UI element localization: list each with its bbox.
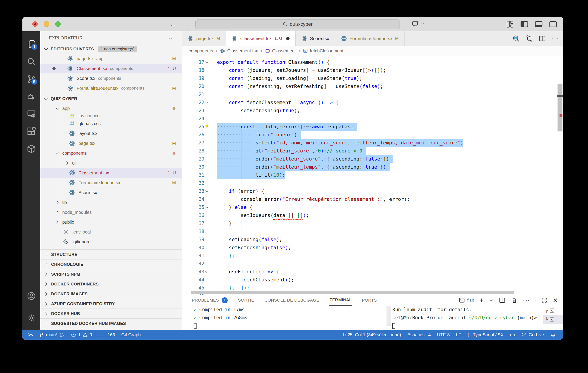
editor-more-actions-icon[interactable]: ··· — [552, 35, 559, 42]
status-eol[interactable]: LF — [453, 330, 464, 340]
sidebar-section-suggested-docker-hub-images[interactable]: SUGGESTED DOCKER HUB IMAGES — [40, 318, 182, 328]
react-preview-icon[interactable] — [512, 35, 520, 42]
breadcrumb-item[interactable]: Classement — [265, 48, 296, 53]
sidebar-section-scripts-npm[interactable]: SCRIPTS NPM — [40, 269, 182, 279]
fold-zone[interactable] — [204, 203, 217, 211]
toggle-secondary-sidebar-icon[interactable] — [549, 20, 557, 28]
split-terminal-icon[interactable] — [499, 297, 505, 303]
fold-zone[interactable] — [204, 99, 217, 107]
status-language-mode[interactable]: { } TypeScript JSX — [464, 330, 507, 340]
terminal-pane-left[interactable]: ✓ Compiled in 17ms✓ Compiled in 268ms — [182, 306, 385, 330]
activity-item-extensions[interactable] — [24, 123, 39, 140]
activity-item-search[interactable] — [24, 53, 39, 70]
sidebar-section-docker-images[interactable]: DOCKER IMAGES — [40, 289, 182, 299]
status-git-branch[interactable]: main* — [36, 330, 68, 340]
breadcrumb-item[interactable]: Classement.tsx — [220, 48, 258, 53]
fold-zone[interactable] — [204, 58, 217, 66]
activity-item-account[interactable] — [24, 287, 39, 305]
new-terminal-icon[interactable]: + — [480, 296, 483, 304]
status-cursor-position[interactable]: Li 25, Col 1 (349 sélectionné) — [340, 330, 404, 340]
open-editors-section-header[interactable]: ÉDITEURS OUVERTS 1 non enregistré(s) — [40, 44, 182, 54]
terminal-pane-right[interactable]: Run `npm audit` for details.…et@MacBook-… — [392, 306, 543, 330]
terminal-tab-item[interactable]: └ — [543, 315, 563, 324]
editor-tab-page.tsx[interactable]: page.tsxM — [182, 31, 226, 46]
activity-item-docker[interactable] — [24, 140, 39, 158]
fold-zone[interactable] — [204, 187, 217, 195]
maximize-panel-icon[interactable] — [541, 297, 547, 303]
sidebar-section-chronologie[interactable]: CHRONOLOGIE — [40, 259, 182, 269]
tree-folder-lib[interactable]: lib — [40, 197, 182, 207]
activity-item-explorer[interactable]: 1 — [24, 35, 39, 53]
forward-icon[interactable]: → — [183, 20, 191, 28]
open-editor-item[interactable]: FormulaireJoueur.tsxcomponentsM — [40, 83, 182, 93]
open-editor-item[interactable]: Classement.tsxcomponents1, U — [40, 64, 182, 73]
editor-tab-Score.tsx[interactable]: Score.tsx — [295, 31, 335, 46]
breadcrumb-item[interactable]: fetchClassement — [303, 48, 343, 53]
status-encoding[interactable]: UTF-8 — [434, 330, 453, 340]
activity-item-settings[interactable] — [24, 309, 39, 327]
tree-file-item[interactable]: globals.css — [40, 119, 182, 129]
views-more-actions-icon[interactable]: ··· — [168, 34, 176, 41]
breadcrumb-item[interactable]: components — [189, 48, 213, 53]
tree-file-item[interactable]: Classement.tsx1, U — [40, 168, 182, 178]
copilot-chat-button[interactable] — [412, 20, 425, 27]
editor-horizontal-scrollbar[interactable] — [191, 291, 514, 294]
panel-tab-terminal[interactable]: TERMINAL — [329, 295, 351, 306]
fold-zone[interactable] — [204, 268, 217, 276]
status-code-metric[interactable]: {..} : 163 — [95, 330, 118, 340]
tree-folder-components[interactable]: components — [40, 148, 182, 158]
panel-tab-problèmes[interactable]: PROBLÈMES1 — [192, 295, 228, 306]
customize-layout-icon[interactable] — [506, 20, 514, 28]
status-notifications[interactable] — [547, 330, 559, 340]
panel-tab-sortie[interactable]: SORTIE — [238, 295, 254, 306]
project-section-header[interactable]: QUIZ-CYBER — [40, 94, 182, 103]
tree-file-item[interactable]: .env.local — [40, 227, 182, 237]
tree-file-item[interactable]: page.tsxM — [40, 138, 182, 148]
close-panel-icon[interactable]: ✕ — [553, 297, 558, 304]
terminal-tab-item[interactable]: ┌ — [543, 306, 563, 315]
panel-tab-console-de-débogage[interactable]: CONSOLE DE DÉBOGAGE — [264, 295, 319, 306]
editor-tab-Classement.tsx[interactable]: Classement.tsx1, U — [226, 31, 295, 46]
status-go-live[interactable]: Go Live — [518, 330, 547, 340]
tree-folder-public[interactable]: public — [40, 217, 182, 227]
sidebar-section-structure[interactable]: STRUCTURE — [40, 249, 182, 259]
terminal-dropdown-icon[interactable] — [489, 298, 494, 302]
code-editor[interactable]: 17export default function Classement() {… — [182, 56, 563, 295]
panel-more-actions-icon[interactable]: ··· — [523, 297, 530, 304]
status-problems-indicator[interactable]: 10 — [68, 330, 95, 340]
kill-terminal-icon[interactable] — [511, 297, 518, 303]
status-git-graph[interactable]: Git Graph — [118, 330, 144, 340]
open-changes-icon[interactable] — [526, 35, 533, 42]
tree-file-item[interactable]: .gitignore — [40, 237, 182, 247]
activity-item-source-control[interactable]: 5 — [24, 70, 39, 88]
panel-tab-ports[interactable]: PORTS — [362, 295, 377, 306]
activity-item-remote-explorer[interactable] — [24, 105, 39, 123]
zoom-button[interactable] — [55, 21, 61, 27]
minimize-button[interactable] — [44, 21, 49, 27]
command-center-search[interactable]: quiz-cyber — [195, 20, 400, 29]
tree-file-item[interactable]: favicon.ico — [40, 113, 182, 119]
close-button[interactable] — [32, 21, 38, 27]
scrollbar-thumb[interactable] — [557, 84, 562, 131]
sidebar-section-docker-hub[interactable]: DOCKER HUB — [40, 309, 182, 318]
sidebar-section-azure-container-registry[interactable]: AZURE CONTAINER REGISTRY — [40, 299, 182, 309]
status-copilot[interactable] — [507, 330, 518, 340]
back-icon[interactable]: ← — [169, 20, 177, 28]
toggle-primary-sidebar-icon[interactable] — [520, 20, 528, 28]
fold-zone[interactable] — [204, 123, 217, 131]
tree-folder-app[interactable]: app — [40, 103, 182, 113]
tree-file-item[interactable]: layout.tsx — [40, 129, 182, 138]
open-editor-item[interactable]: Score.tsxcomponents — [40, 73, 182, 83]
terminal-shell-button[interactable]: fish — [459, 297, 474, 303]
editor-tab-FormulaireJoueur.tsx[interactable]: FormulaireJoueur.tsxM — [335, 31, 405, 46]
tree-folder-node_modules[interactable]: node_modules — [40, 207, 182, 217]
tree-file-item[interactable]: FormulaireJoueur.tsxM — [40, 178, 182, 188]
tree-folder-ui[interactable]: ui — [40, 158, 182, 168]
editor-vertical-scrollbar[interactable] — [557, 56, 563, 290]
tree-file-item[interactable] — [40, 247, 182, 249]
status-indentation[interactable]: Espaces : 4 — [404, 330, 434, 340]
terminal-pane-divider[interactable] — [385, 306, 392, 330]
toggle-panel-icon[interactable] — [535, 20, 543, 28]
tree-file-item[interactable]: Score.tsx — [40, 188, 182, 197]
activity-item-run-debug[interactable] — [24, 88, 39, 105]
